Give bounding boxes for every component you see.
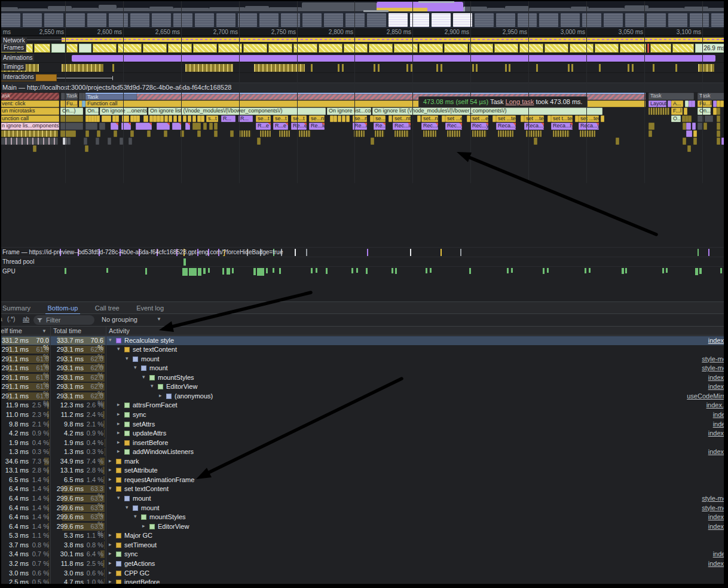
flame-bar[interactable]	[693, 138, 697, 145]
flame-bar[interactable]	[60, 130, 76, 138]
disclosure-triangle-icon[interactable]: ▾	[151, 383, 154, 389]
flame-bar[interactable]: Rec...yle	[445, 123, 462, 130]
flame-bar[interactable]	[84, 138, 87, 145]
flame-bar[interactable]	[683, 138, 686, 145]
flame-bar[interactable]: Rec...yle	[470, 123, 488, 130]
flame-bar[interactable]	[686, 130, 692, 138]
disclosure-triangle-icon[interactable]: ▸	[117, 429, 120, 435]
flame-bar[interactable]: On...)	[85, 108, 99, 115]
flame-bar[interactable]	[447, 130, 460, 138]
flame-bar[interactable]: un microtasks	[0, 108, 59, 115]
disclosure-triangle-icon[interactable]: ▸	[109, 569, 112, 575]
flame-bar[interactable]	[111, 123, 118, 130]
flame-bar[interactable]	[85, 123, 97, 130]
flame-bar[interactable]: ask	[0, 93, 59, 100]
flame-bar[interactable]	[717, 115, 720, 123]
flame-bar[interactable]	[209, 123, 213, 130]
frame-track[interactable]: Frame — https://id-preview--bd53fd9d-728…	[0, 247, 728, 257]
flame-bar[interactable]	[692, 123, 696, 130]
flame-bar[interactable]: set ...ent	[445, 115, 462, 123]
table-row[interactable]: 291.1 ms61.6 %293.1 ms62.0 %▾mountstyle-…	[0, 364, 728, 373]
flame-bar[interactable]	[96, 115, 100, 123]
table-row[interactable]: 9.8 ms2.1 %9.8 ms2.1 %▸setAttrsindex.	[0, 420, 728, 429]
flame-bar[interactable]	[717, 130, 720, 138]
disclosure-triangle-icon[interactable]: ▸	[117, 411, 120, 417]
disclosure-triangle-icon[interactable]: ▾	[126, 504, 129, 510]
flame-bar[interactable]	[97, 130, 100, 138]
flame-bar[interactable]	[686, 123, 691, 130]
flame-bar[interactable]	[136, 115, 140, 123]
flame-bar[interactable]: Reca...yle	[524, 123, 544, 130]
disclosure-triangle-icon[interactable]: ▸	[117, 421, 120, 426]
tab-event-log[interactable]: Event log	[129, 303, 171, 315]
flame-bar[interactable]	[692, 100, 695, 108]
flame-bar[interactable]	[371, 138, 374, 145]
table-row[interactable]: 6.4 ms1.4 %299.6 ms63.3 %▾mountstyle-mod	[0, 504, 728, 513]
flame-bar[interactable]	[0, 138, 58, 145]
disclosure-triangle-icon[interactable]: ▾	[109, 337, 112, 343]
disclosure-triangle-icon[interactable]: ▸	[109, 467, 112, 473]
tab-call-tree[interactable]: Call tree	[88, 303, 127, 315]
flame-bar[interactable]: set...nt	[393, 115, 411, 123]
table-row[interactable]: 34.6 ms7.3 %34.9 ms7.4 %▸mark	[0, 457, 728, 467]
flame-bar[interactable]	[257, 138, 261, 145]
flame-bar[interactable]	[279, 130, 290, 138]
match-word-icon[interactable]: ab	[23, 316, 29, 322]
flame-bar[interactable]: R...	[238, 115, 253, 123]
flame-bar[interactable]	[394, 130, 409, 138]
filter-input[interactable]	[45, 316, 87, 324]
disclosure-triangle-icon[interactable]: ▸	[109, 532, 112, 538]
table-row[interactable]: 6.4 ms1.4 %299.6 ms63.3 %▾mountStylesind…	[0, 513, 728, 522]
flame-bar[interactable]: A...	[671, 100, 683, 108]
flame-bar[interactable]	[688, 115, 692, 123]
flame-bar[interactable]: R...e	[273, 123, 288, 130]
flame-bar[interactable]	[214, 123, 218, 130]
flame-bar[interactable]: set ...tent	[496, 115, 516, 123]
flame-bar[interactable]	[498, 130, 513, 138]
flame-bar[interactable]	[102, 115, 111, 123]
flame-bar[interactable]	[580, 130, 595, 138]
flame-bar[interactable]	[115, 115, 119, 123]
flame-bar[interactable]	[389, 115, 392, 123]
total-time-header[interactable]: Total time	[53, 327, 81, 334]
flame-bar[interactable]	[417, 115, 421, 123]
flame-bar[interactable]	[687, 145, 691, 153]
flame-bar[interactable]	[192, 115, 196, 123]
disclosure-triangle-icon[interactable]: ▾	[134, 513, 137, 519]
flame-bar[interactable]: On...)	[698, 108, 711, 115]
flame-bar[interactable]	[164, 115, 168, 123]
flame-bar[interactable]	[201, 115, 204, 123]
table-row[interactable]: 11.0 ms2.3 %11.2 ms2.4 %▸syncindex.	[0, 410, 728, 420]
column-divider[interactable]	[106, 327, 106, 588]
table-row[interactable]: 291.1 ms61.6 %293.1 ms62.0 %▾EditorViewi…	[0, 382, 728, 392]
self-time-header[interactable]: Self time	[0, 327, 22, 334]
flame-bar[interactable]	[172, 123, 182, 130]
flame-bar[interactable]	[188, 115, 191, 123]
tab-summary[interactable]: Summary	[0, 303, 38, 315]
table-row[interactable]: 3.2 ms0.7 %11.8 ms2.5 %▸getActionsindex.…	[0, 559, 728, 569]
flame-bar[interactable]	[472, 130, 487, 138]
flame-bar[interactable]: Reca...tyle	[551, 123, 573, 130]
flame-bar[interactable]: Re...le	[374, 123, 386, 130]
disclosure-triangle-icon[interactable]: ▸	[109, 550, 112, 556]
flame-bar[interactable]: set...nt	[421, 115, 438, 123]
disclosure-triangle-icon[interactable]: ▸	[109, 476, 112, 482]
flame-bar[interactable]	[684, 108, 687, 115]
flame-bar[interactable]: On ignore list (\/node_modules\/|\/bower…	[148, 108, 326, 115]
disclosure-triangle-icon[interactable]: ▾	[109, 485, 112, 491]
table-row[interactable]: 1.3 ms0.3 %1.3 ms0.3 %▸addWindowListener…	[0, 447, 728, 457]
flame-bar[interactable]: Reca...yle	[496, 123, 516, 130]
activity-header[interactable]: Activity	[109, 327, 130, 334]
flame-bar[interactable]	[375, 130, 384, 138]
flame-bar[interactable]	[160, 115, 164, 123]
flame-bar[interactable]	[164, 130, 167, 138]
flame-bar[interactable]	[649, 123, 654, 130]
flame-bar[interactable]	[334, 115, 337, 123]
flame-bar[interactable]	[230, 130, 234, 138]
flame-bar[interactable]	[33, 145, 36, 153]
flame-bar[interactable]	[67, 138, 71, 145]
gpu-track[interactable]: GPU	[0, 266, 728, 276]
flame-bar[interactable]	[299, 130, 311, 138]
flame-bar[interactable]	[534, 138, 537, 145]
table-row[interactable]: 331.2 ms70.0 %333.7 ms70.6 %▾Recalculate…	[0, 336, 728, 346]
